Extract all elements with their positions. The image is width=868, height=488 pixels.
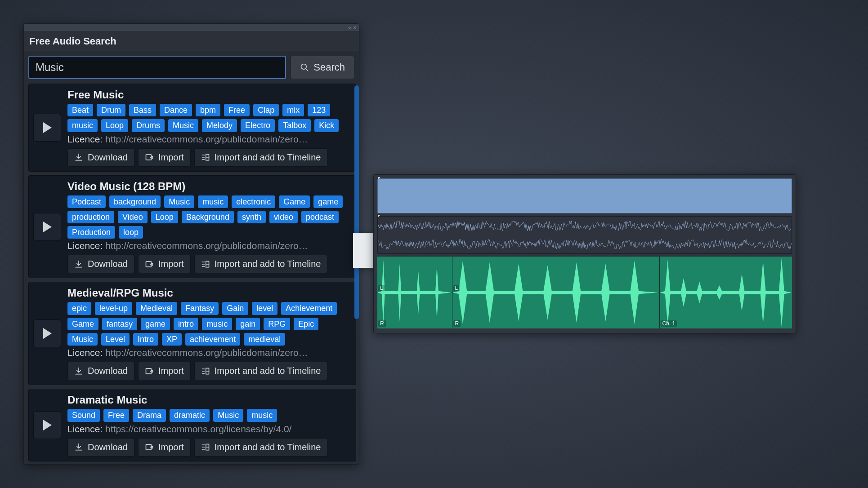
collapse-button[interactable]: ‹‹ bbox=[348, 25, 351, 30]
audio-track-stereo[interactable] bbox=[377, 216, 792, 254]
tag[interactable]: Video bbox=[118, 211, 148, 223]
download-icon bbox=[74, 367, 83, 376]
channel-label-l: L bbox=[378, 285, 385, 291]
tag[interactable]: loop bbox=[119, 226, 143, 239]
tag[interactable]: music bbox=[198, 195, 228, 208]
download-button[interactable]: Download bbox=[67, 255, 134, 273]
video-track[interactable] bbox=[377, 178, 792, 213]
tag[interactable]: Music bbox=[67, 333, 98, 346]
tag-list: BeatDrumBassDancebpmFreeClapmix123musicL… bbox=[67, 104, 350, 132]
panel-title: Free Audio Search bbox=[24, 31, 359, 51]
tag[interactable]: Medieval bbox=[136, 302, 177, 315]
tag[interactable]: Music bbox=[164, 195, 194, 208]
licence-line: Licence: http://creativecommons.org/publ… bbox=[67, 347, 350, 358]
tag[interactable]: Dance bbox=[160, 104, 192, 116]
search-input[interactable] bbox=[28, 56, 286, 79]
tag[interactable]: RPG bbox=[264, 318, 290, 330]
tag[interactable]: production bbox=[67, 211, 114, 223]
play-button[interactable] bbox=[33, 411, 61, 439]
download-button[interactable]: Download bbox=[67, 148, 134, 167]
search-button[interactable]: Search bbox=[291, 56, 354, 79]
tag[interactable]: Electro bbox=[241, 119, 275, 132]
import-icon bbox=[145, 367, 154, 376]
play-button[interactable] bbox=[33, 319, 61, 347]
tag[interactable]: bpm bbox=[196, 104, 220, 116]
licence-url: http://creativecommons.org/publicdomain/… bbox=[105, 134, 308, 144]
tag[interactable]: podcast bbox=[301, 211, 339, 223]
tag[interactable]: medieval bbox=[244, 333, 285, 346]
import-button[interactable]: Import bbox=[138, 148, 191, 167]
tag[interactable]: mix bbox=[282, 104, 304, 116]
tag[interactable]: Drums bbox=[132, 119, 165, 132]
tag[interactable]: Beat bbox=[67, 104, 93, 116]
tag[interactable]: game bbox=[313, 195, 343, 208]
tag[interactable]: Music bbox=[213, 409, 243, 421]
import-button[interactable]: Import bbox=[138, 438, 191, 457]
tag[interactable]: Music bbox=[168, 119, 198, 132]
tag[interactable]: fantasy bbox=[102, 318, 137, 330]
download-button[interactable]: Download bbox=[67, 438, 134, 457]
scrollbar[interactable] bbox=[354, 85, 359, 319]
import-timeline-button[interactable]: Import and add to Timeline bbox=[194, 148, 328, 167]
tag[interactable]: Melody bbox=[202, 119, 237, 132]
tag[interactable]: electronic bbox=[232, 195, 275, 208]
titlebar: ‹‹ × bbox=[24, 24, 359, 31]
tag[interactable]: intro bbox=[174, 318, 198, 330]
tag[interactable]: Epic bbox=[294, 318, 318, 330]
audio-clip-2[interactable]: L R bbox=[452, 257, 659, 328]
audio-track-clips[interactable]: L R L R Ch. 1 bbox=[377, 257, 792, 328]
tag[interactable]: music bbox=[202, 318, 232, 330]
download-button[interactable]: Download bbox=[67, 362, 134, 380]
tag[interactable]: Achievement bbox=[281, 302, 337, 315]
tag[interactable]: Drama bbox=[133, 409, 166, 421]
play-icon bbox=[42, 419, 53, 431]
close-button[interactable]: × bbox=[353, 25, 356, 30]
tag[interactable]: video bbox=[269, 211, 298, 223]
tag[interactable]: music bbox=[67, 119, 98, 132]
tag[interactable]: Sound bbox=[67, 409, 100, 421]
tag[interactable]: Level bbox=[101, 333, 130, 346]
tag[interactable]: Clap bbox=[253, 104, 279, 116]
tag[interactable]: Free bbox=[103, 409, 129, 421]
tag[interactable]: Background bbox=[182, 211, 234, 223]
tag[interactable]: XP bbox=[162, 333, 182, 346]
tag[interactable]: level-up bbox=[95, 302, 132, 315]
tag[interactable]: level bbox=[252, 302, 277, 315]
tag[interactable]: epic bbox=[67, 302, 91, 315]
tag[interactable]: dramatic bbox=[170, 409, 210, 421]
tag[interactable]: Free bbox=[224, 104, 250, 116]
import-timeline-button[interactable]: Import and add to Timeline bbox=[194, 438, 328, 457]
tag[interactable]: music bbox=[247, 409, 277, 421]
timeline-panel: L R L R Ch. 1 bbox=[373, 174, 796, 333]
import-button[interactable]: Import bbox=[138, 362, 191, 380]
tag[interactable]: Game bbox=[67, 318, 98, 330]
tag[interactable]: Gain bbox=[222, 302, 248, 315]
tag[interactable]: game bbox=[141, 318, 170, 330]
tag[interactable]: Loop bbox=[101, 119, 128, 132]
tag[interactable]: gain bbox=[236, 318, 260, 330]
tag[interactable]: Bass bbox=[129, 104, 156, 116]
import-timeline-button[interactable]: Import and add to Timeline bbox=[194, 362, 328, 380]
licence-label: Licence: bbox=[67, 240, 105, 251]
play-button[interactable] bbox=[33, 213, 61, 241]
tag[interactable]: Intro bbox=[133, 333, 158, 346]
tag[interactable]: Kick bbox=[314, 119, 339, 132]
tag[interactable]: achievement bbox=[185, 333, 240, 346]
tag[interactable]: Podcast bbox=[67, 195, 106, 208]
result-card: Video Music (128 BPM) PodcastbackgroundM… bbox=[28, 175, 356, 279]
timeline-add-icon bbox=[201, 443, 210, 452]
tag[interactable]: Talbox bbox=[278, 119, 311, 132]
tag[interactable]: background bbox=[109, 195, 161, 208]
tag[interactable]: Fantasy bbox=[181, 302, 219, 315]
tag[interactable]: Loop bbox=[151, 211, 178, 223]
tag[interactable]: Production bbox=[67, 226, 115, 239]
tag[interactable]: 123 bbox=[308, 104, 330, 116]
import-button[interactable]: Import bbox=[138, 255, 191, 273]
import-timeline-button[interactable]: Import and add to Timeline bbox=[194, 255, 328, 273]
play-button[interactable] bbox=[33, 114, 61, 142]
tag[interactable]: Drum bbox=[97, 104, 125, 116]
audio-clip-3[interactable]: Ch. 1 bbox=[659, 257, 792, 328]
tag[interactable]: Game bbox=[279, 195, 310, 208]
audio-clip-1[interactable]: L R bbox=[377, 257, 452, 328]
tag[interactable]: synth bbox=[237, 211, 266, 223]
